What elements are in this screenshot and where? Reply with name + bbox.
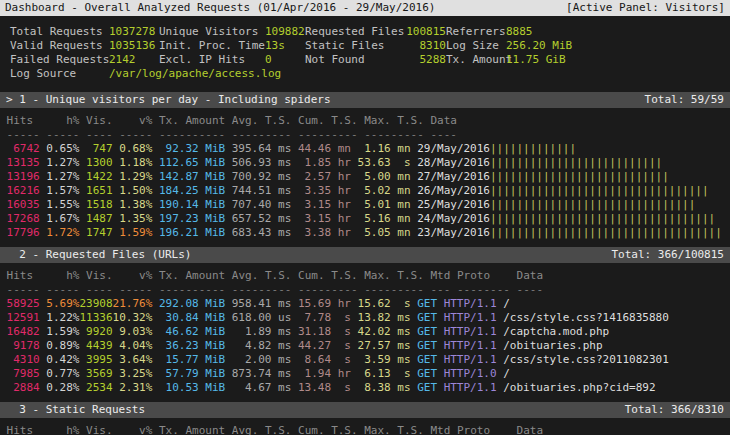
cell-maxu: ms — [391, 325, 411, 339]
cell-vpct: 1.38% — [113, 198, 153, 212]
cell-hpct: 1.72% — [40, 226, 80, 240]
table-row[interactable]: 160351.55%15181.38%190.14MiB707.40ms3.15… — [0, 198, 730, 212]
cell-max: 5.16 — [351, 212, 391, 226]
summary-label: Not Found — [305, 53, 404, 67]
cell-tx: 197.23 — [152, 212, 198, 226]
table-row[interactable]: 91780.89%44394.04%36.23MiB4.82ms44.27s27… — [0, 339, 730, 353]
cell-request-url: / — [497, 367, 510, 381]
cell-maxu: mn — [391, 184, 411, 198]
summary-value: 0 — [265, 53, 305, 67]
active-panel-indicator: [Active Panel: Visitors] — [566, 0, 725, 16]
cell-maxu: mn — [391, 212, 411, 226]
hits-bar-chart: ||||||||||||||||||||||||||||||||| — [483, 184, 708, 198]
titlebar: Dashboard - Overall Analyzed Requests (0… — [0, 0, 730, 16]
cell-tx: 190.14 — [152, 198, 198, 212]
cell-hits: 16035 — [0, 198, 40, 212]
cell-cumu: hr — [331, 184, 351, 198]
table-row[interactable]: 131961.27%14221.29%142.87MiB700.92ms2.57… — [0, 170, 730, 184]
summary-line: Valid Requests1035136Init. Proc. Time13s… — [10, 39, 730, 53]
table-row[interactable]: 131351.27%13001.18%112.65MiB506.93ms1.85… — [0, 156, 730, 170]
cell-max: 5.05 — [351, 226, 391, 240]
table-row[interactable]: 172681.67%14871.35%197.23MiB657.52ms3.15… — [0, 212, 730, 226]
cell-avg: 707.40 — [225, 198, 271, 212]
table-row[interactable]: 589255.69%2390821.76%292.08MiB958.41ms15… — [0, 297, 730, 311]
cell-max: 27.57 — [351, 339, 391, 353]
table-rows: 67420.65%7470.68%92.32MiB395.64ms44.46mn… — [0, 142, 730, 240]
panel-header[interactable]: > 1 - Unique visitors per day - Includin… — [0, 92, 730, 108]
cell-vis: 1487 — [79, 212, 112, 226]
cell-maxu: ms — [391, 311, 411, 325]
cell-vis: 1422 — [79, 170, 112, 184]
cell-date: 29/May/2016 — [411, 142, 484, 156]
cell-maxu: ms — [391, 339, 411, 353]
panel-header[interactable]: 3 - Static Requests Total: 366/8310 — [0, 402, 730, 418]
cell-txu: MiB — [199, 156, 225, 170]
summary-label: Valid Requests — [10, 39, 109, 53]
cell-avg: 1.89 — [225, 325, 271, 339]
table-row[interactable]: 28840.28%25342.31%10.53MiB4.67ms13.48s8.… — [0, 381, 730, 395]
cell-protocol: HTTP/1.1 — [437, 381, 497, 395]
cell-avgu: ms — [271, 212, 291, 226]
panel-title: > 1 - Unique visitors per day - Includin… — [6, 92, 331, 108]
cell-date: 26/May/2016 — [411, 184, 484, 198]
cell-date: 23/May/2016 — [411, 226, 484, 240]
cell-txu: MiB — [199, 353, 225, 367]
cell-hits: 17268 — [0, 212, 40, 226]
cell-tx: 196.21 — [152, 226, 198, 240]
cell-vpct: 1.50% — [113, 184, 153, 198]
table-row[interactable]: 67420.65%7470.68%92.32MiB395.64ms44.46mn… — [0, 142, 730, 156]
cell-hpct: 1.57% — [40, 184, 80, 198]
cell-hpct: 5.69% — [40, 297, 80, 311]
cell-hits: 13196 — [0, 170, 40, 184]
panel-header[interactable]: 2 - Requested Files (URLs) Total: 366/10… — [0, 247, 730, 263]
table-row[interactable]: 162161.57%16511.50%184.25MiB744.51ms3.35… — [0, 184, 730, 198]
cell-tx: 92.32 — [152, 142, 198, 156]
cell-protocol: HTTP/1.1 — [437, 297, 497, 311]
cell-vpct: 4.04% — [113, 339, 153, 353]
cell-cum: 13.48 — [291, 381, 331, 395]
cell-tx: 36.23 — [152, 339, 198, 353]
cell-method: GET — [411, 367, 437, 381]
table-row[interactable]: 79850.77%35693.25%57.79MiB873.74ms1.94hr… — [0, 367, 730, 381]
cell-vis: 11336 — [79, 311, 112, 325]
panel-static-requests: 3 - Static Requests Total: 366/8310 Hits… — [0, 402, 730, 435]
summary-label: Init. Proc. Time — [159, 39, 265, 53]
cell-avgu: ms — [271, 198, 291, 212]
cell-cumu: hr — [331, 156, 351, 170]
cell-maxu: mn — [391, 170, 411, 184]
summary-label: Referrers — [446, 25, 506, 39]
cell-avg: 4.67 — [225, 381, 271, 395]
cell-max: 15.62 — [351, 297, 391, 311]
hits-bar-chart: ||||||||||||| — [483, 142, 576, 156]
cell-protocol: HTTP/1.1 — [437, 325, 497, 339]
summary-value: 13s — [265, 39, 305, 53]
summary-line: Log Source/var/log/apache/access.log — [10, 67, 730, 81]
cell-cumu: hr — [331, 367, 351, 381]
cell-hpct: 1.27% — [40, 170, 80, 184]
cell-cum: 3.38 — [291, 226, 331, 240]
cell-txu: MiB — [199, 170, 225, 184]
hits-bar-chart: ||||||||||||||||||||||||||||||| — [483, 198, 695, 212]
cell-max: 42.02 — [351, 325, 391, 339]
cell-vpct: 3.64% — [113, 353, 153, 367]
table-row[interactable]: 43100.42%39953.64%15.77MiB2.00ms8.64s3.5… — [0, 353, 730, 367]
cell-protocol: HTTP/1.0 — [437, 367, 497, 381]
hits-bar-chart: |||||||||||||||||||||||||| — [483, 156, 662, 170]
cell-method: GET — [411, 353, 437, 367]
table-row[interactable]: 164821.59%99209.03%46.62MiB1.89ms31.18s4… — [0, 325, 730, 339]
cell-vis: 1518 — [79, 198, 112, 212]
cell-avgu: ms — [271, 226, 291, 240]
cell-avgu: ms — [271, 156, 291, 170]
cell-date: 28/May/2016 — [411, 156, 484, 170]
cell-max: 3.59 — [351, 353, 391, 367]
cell-protocol: HTTP/1.1 — [437, 339, 497, 353]
cell-maxu: s — [391, 297, 411, 311]
summary-label: Excl. IP Hits — [159, 53, 265, 67]
cell-request-url: / — [497, 297, 510, 311]
table-row[interactable]: 125911.22%1133610.32%30.84MiB618.00us7.7… — [0, 311, 730, 325]
cell-vis: 3995 — [79, 353, 112, 367]
table-row[interactable]: 177961.72%17471.59%196.21MiB683.43ms3.38… — [0, 226, 730, 240]
table-column-headers: Hits h% Vis. v% Tx. Amount Avg. T.S. Cum… — [0, 114, 730, 128]
cell-tx: 46.62 — [152, 325, 198, 339]
cell-max: 5.02 — [351, 184, 391, 198]
